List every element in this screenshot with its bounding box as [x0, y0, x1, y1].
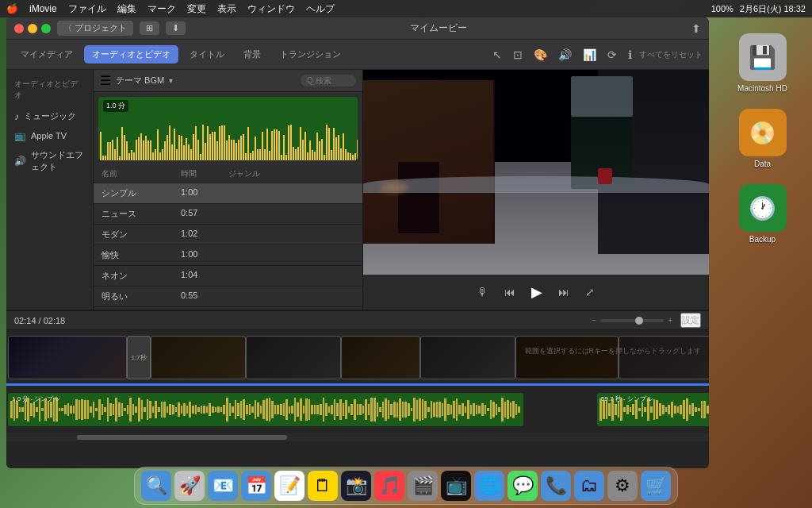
- dock-icon-launchpad[interactable]: 🚀: [174, 471, 205, 501]
- reset-all-button[interactable]: すべてをリセット: [639, 49, 703, 60]
- track-row[interactable]: 愉快 1:00: [94, 245, 362, 266]
- audio-clip-main[interactable]: 1.0 分 - シンプル: [8, 393, 523, 426]
- night-overlay: [363, 70, 709, 275]
- desktop-icon-macintosh[interactable]: 💾 Macintosh HD: [737, 33, 787, 93]
- dock-icon-mail[interactable]: 📧: [208, 471, 238, 501]
- zoom-slider-track[interactable]: [600, 319, 664, 322]
- track-time: 1:00: [181, 187, 228, 199]
- sidebar-item-music[interactable]: ♪ ミュージック: [6, 106, 93, 126]
- menu-mark[interactable]: マーク: [147, 2, 176, 16]
- dock-icon-messages[interactable]: 💬: [508, 471, 538, 501]
- menu-file[interactable]: ファイル: [68, 2, 106, 16]
- storyboard-toggle[interactable]: ⊞: [140, 21, 159, 35]
- track-list: 名前 時間 ジャンル シンプル 1:00 ニュース 0:57 モダン 1:02 …: [94, 165, 362, 310]
- tab-audio-video[interactable]: オーディオとビデオ: [84, 45, 178, 64]
- battery-status: 100%: [711, 4, 733, 13]
- waveform-visualization: [98, 121, 358, 160]
- fullscreen-button[interactable]: ⤢: [585, 286, 595, 298]
- track-row[interactable]: シンプル 1:00: [94, 183, 362, 204]
- video-clip-7[interactable]: [619, 336, 709, 379]
- timeline-settings-button[interactable]: 設定: [680, 313, 701, 328]
- tab-my-media[interactable]: マイメディア: [13, 45, 81, 64]
- dock-icon-imovie[interactable]: 🎬: [408, 471, 438, 501]
- left-sidebar: オーディオとビデオ ♪ ミュージック 📺 Apple TV 🔊 サウンドエフェク…: [6, 70, 94, 310]
- media-panel: ☰ テーマ BGM ▾ 1.0 分 名前 時間 ジャンル シンプル 1:00: [94, 70, 363, 310]
- timeline-scrollbar-track[interactable]: [6, 433, 709, 441]
- cursor-icon[interactable]: ↖: [488, 46, 506, 64]
- track-name: ネオン: [102, 270, 181, 282]
- back-to-projects-button[interactable]: 〈 プロジェクト: [57, 21, 133, 36]
- video-clip-6[interactable]: [515, 336, 619, 379]
- apple-menu-icon[interactable]: 🍎: [6, 3, 18, 14]
- video-clip-5[interactable]: [420, 336, 515, 379]
- tab-title[interactable]: タイトル: [182, 45, 232, 64]
- track-row[interactable]: ニュース 0:57: [94, 204, 362, 225]
- play-button[interactable]: ▶: [531, 283, 542, 301]
- menu-window[interactable]: ウィンドウ: [247, 2, 295, 16]
- dock-icon-notes[interactable]: 📝: [274, 471, 304, 501]
- chevron-down-icon: ▾: [169, 76, 173, 85]
- video-preview-frame: [363, 70, 709, 275]
- microphone-button[interactable]: 🎙: [477, 286, 488, 298]
- toolbar: マイメディア オーディオとビデオ タイトル 背景 トランジション ↖ ⊡ 🎨 🔊…: [6, 40, 709, 70]
- speed-icon[interactable]: ⟳: [603, 46, 621, 64]
- dock-icon-calendar[interactable]: 📅: [241, 471, 271, 501]
- track-name: 愉快: [102, 249, 181, 261]
- track-list-header: 名前 時間 ジャンル: [94, 165, 362, 183]
- menu-edit[interactable]: 編集: [117, 2, 136, 16]
- crop-icon[interactable]: ⊡: [509, 46, 527, 64]
- dock-icon-finder[interactable]: 🔍: [141, 471, 171, 501]
- maximize-button[interactable]: [41, 24, 51, 33]
- sidebar-item-appletv[interactable]: 📺 Apple TV: [6, 126, 93, 145]
- dock-icon-files[interactable]: 🗂: [574, 471, 604, 501]
- color-icon[interactable]: 🎨: [530, 46, 551, 64]
- tab-transition[interactable]: トランジション: [272, 45, 349, 64]
- dock-icon-appstore[interactable]: 🛒: [641, 471, 671, 501]
- video-clip-1[interactable]: [8, 336, 127, 379]
- dock-icon-tv[interactable]: 📺: [441, 471, 471, 501]
- desktop-icon-data[interactable]: 📀 Data: [739, 109, 787, 168]
- track-name: ニュース: [102, 208, 181, 220]
- arrange-button[interactable]: ⬇: [166, 21, 186, 35]
- main-content-area: オーディオとビデオ ♪ ミュージック 📺 Apple TV 🔊 サウンドエフェク…: [6, 70, 709, 310]
- menu-change[interactable]: 変更: [187, 2, 206, 16]
- audio-clip-secondary[interactable]: 59.7 秒 - シンプル: [597, 393, 709, 426]
- skip-back-button[interactable]: ⏮: [504, 286, 515, 298]
- timeline-area: 02:14 / 02:18 − + 設定 1:7秒: [6, 310, 709, 468]
- dock-icon-music[interactable]: 🎵: [374, 471, 404, 501]
- desktop-icon-backup[interactable]: 🕐 Backup: [739, 184, 787, 244]
- minimize-button[interactable]: [28, 24, 37, 33]
- dock-icon-stickies[interactable]: 🗒: [308, 471, 338, 501]
- audio-icon[interactable]: 🔊: [554, 46, 576, 64]
- search-input[interactable]: [301, 75, 356, 87]
- timeline-scrollbar-thumb[interactable]: [77, 435, 288, 440]
- data-label: Data: [754, 160, 771, 168]
- zoom-controls: − +: [592, 316, 672, 325]
- sidebar-item-soundeffects[interactable]: 🔊 サウンドエフェクト: [6, 145, 93, 177]
- menu-view[interactable]: 表示: [217, 2, 236, 16]
- dock-icon-photos[interactable]: 📸: [341, 471, 371, 501]
- track-row[interactable]: モダン 1:02: [94, 225, 362, 245]
- dock-icon-safari[interactable]: 🌐: [474, 471, 504, 501]
- video-clip-4[interactable]: [341, 336, 420, 379]
- dock-icon-facetime[interactable]: 📞: [541, 471, 571, 501]
- imovie-window: 〈 プロジェクト ⊞ ⬇ マイムービー ⬆ マイメディア オーディオとビデオ タ…: [6, 17, 709, 468]
- close-button[interactable]: [14, 24, 24, 33]
- dock-icon-system-prefs[interactable]: ⚙: [607, 471, 638, 501]
- info-icon[interactable]: ℹ: [624, 46, 636, 64]
- track-row[interactable]: ネオン 1:04: [94, 266, 362, 287]
- timeline-help-text: 範囲を選択するにはRキーを押しながらドラッグします: [525, 346, 702, 356]
- volume-icon[interactable]: 📊: [579, 46, 600, 64]
- track-row[interactable]: 明るい 0:55: [94, 287, 362, 307]
- video-clip-2[interactable]: [151, 336, 246, 379]
- menu-imovie[interactable]: iMovie: [29, 3, 57, 14]
- zoom-minus-icon[interactable]: −: [592, 316, 596, 325]
- menu-help[interactable]: ヘルプ: [306, 2, 335, 16]
- bgm-duration-label: 1.0 分: [103, 100, 128, 112]
- zoom-slider-thumb[interactable]: [635, 317, 643, 325]
- zoom-plus-icon[interactable]: +: [668, 316, 672, 325]
- video-clip-3[interactable]: [246, 336, 341, 379]
- share-button[interactable]: ⬆: [691, 22, 701, 35]
- skip-forward-button[interactable]: ⏭: [558, 286, 569, 298]
- tab-background[interactable]: 背景: [236, 45, 269, 64]
